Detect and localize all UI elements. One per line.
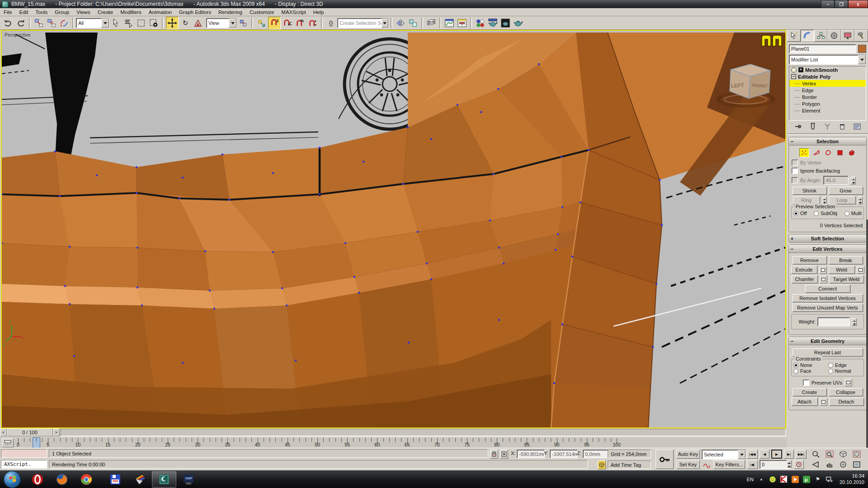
by-angle-checkbox[interactable] <box>792 177 798 183</box>
menu-maxscript[interactable]: MAXScript <box>278 9 309 15</box>
align-icon[interactable] <box>407 17 419 29</box>
by-vertex-checkbox[interactable] <box>792 160 798 166</box>
weld-button[interactable]: Weld <box>829 266 855 274</box>
select-and-scale-icon[interactable] <box>192 17 204 29</box>
stack-sub-polygon[interactable]: Polygon <box>789 100 866 107</box>
remove-unused-map-verts-button[interactable]: Remove Unused Map Verts <box>793 304 863 312</box>
x-coordinate-field[interactable]: -590,801mm <box>517 450 545 458</box>
border-subobject-icon[interactable] <box>824 149 833 157</box>
pin-stack-icon[interactable] <box>794 122 802 131</box>
use-pivot-point-center-icon[interactable] <box>237 17 249 29</box>
tab-utilities[interactable] <box>854 30 868 42</box>
absolute-mode-icon[interactable] <box>500 450 508 459</box>
key-filters-button[interactable]: Key Filters... <box>713 460 745 469</box>
taskbar-3dsmax-active[interactable] <box>152 471 176 488</box>
preserve-uvs-checkbox[interactable] <box>803 380 809 386</box>
repeat-last-button[interactable]: Repeat Last <box>793 348 863 357</box>
layer-manager-icon[interactable] <box>425 17 437 29</box>
angle-snap-icon[interactable] <box>282 17 293 29</box>
menu-customize[interactable]: Customize <box>246 9 278 15</box>
ring-button[interactable]: Ring <box>793 196 820 204</box>
stack-item-editable-poly[interactable]: − Editable Poly <box>789 73 866 80</box>
set-keys-button[interactable] <box>656 450 674 469</box>
render-setup-icon[interactable] <box>487 17 499 29</box>
selection-filter-dropdown[interactable]: All <box>76 18 109 28</box>
vertex-subobject-icon[interactable] <box>799 148 809 157</box>
dropdown-arrow-icon[interactable] <box>858 55 866 64</box>
time-slider-handle[interactable]: 0 / 100 <box>7 428 53 436</box>
preview-off-radio[interactable] <box>793 211 798 216</box>
material-editor-icon[interactable] <box>474 17 486 29</box>
taskbar-opera[interactable] <box>25 470 50 488</box>
key-mode-dropdown[interactable]: Selected <box>702 450 746 460</box>
go-to-start-icon[interactable]: |◀◀ <box>747 450 758 459</box>
lightbulb-icon[interactable] <box>791 67 797 73</box>
menu-rendering[interactable]: Rendering <box>215 9 246 15</box>
create-button[interactable]: Create <box>793 388 827 396</box>
zoom-icon[interactable] <box>811 450 821 459</box>
key-mode-toggle-icon[interactable]: |◀| <box>747 460 758 469</box>
constraint-face-radio[interactable] <box>793 369 798 374</box>
taskbar-total-commander[interactable] <box>103 470 127 488</box>
rectangular-selection-region-icon[interactable] <box>135 17 147 29</box>
taskbar-kmplayer[interactable]: KMP <box>176 470 201 488</box>
default-in-out-tangents-icon[interactable] <box>702 460 712 469</box>
dropdown-arrow-icon[interactable] <box>229 19 236 28</box>
tab-hierarchy[interactable] <box>814 30 828 42</box>
language-indicator[interactable]: EN <box>747 477 754 482</box>
mirror-icon[interactable] <box>395 17 406 29</box>
time-slider-prev[interactable]: < <box>0 428 7 436</box>
close-button[interactable]: x <box>848 0 868 8</box>
quick-render-icon[interactable] <box>512 17 524 29</box>
by-angle-spinner[interactable] <box>851 177 856 184</box>
track-bar[interactable]: 0510152025303540455055606570758085909510… <box>0 436 787 448</box>
remove-modifier-icon[interactable] <box>838 122 846 131</box>
selection-lock-icon[interactable] <box>490 450 498 459</box>
previous-frame-icon[interactable]: ◀ <box>760 450 769 459</box>
extrude-button[interactable]: Extrude <box>791 266 817 274</box>
dropdown-arrow-icon[interactable] <box>101 19 109 28</box>
chamfer-settings-icon[interactable] <box>820 276 827 283</box>
menu-graph-editors[interactable]: Graph Editors <box>175 9 215 15</box>
viewport-label[interactable]: Perspective <box>5 32 30 38</box>
attach-settings-icon[interactable] <box>820 398 827 406</box>
object-color-swatch[interactable] <box>858 45 866 53</box>
next-frame-icon[interactable]: ▶| <box>784 450 794 459</box>
play-animation-icon[interactable]: ▶ <box>771 450 782 459</box>
unlink-selection-icon[interactable] <box>46 17 57 29</box>
menu-edit[interactable]: Edit <box>16 9 32 15</box>
start-button[interactable] <box>4 471 21 488</box>
preview-subobj-radio[interactable] <box>814 211 819 216</box>
menu-animation[interactable]: Animation <box>145 9 175 15</box>
tray-expand-icon[interactable]: ▲ <box>758 476 765 483</box>
bind-to-space-warp-icon[interactable] <box>58 17 70 29</box>
chamfer-button[interactable]: Chamfer <box>792 275 818 283</box>
constraint-none-radio[interactable] <box>793 363 798 368</box>
maxscript-listener-bottom[interactable]: AXScript. <box>1 460 47 469</box>
time-slider-next[interactable]: > <box>53 428 60 436</box>
taskbar-graphics-tool[interactable] <box>127 470 152 488</box>
edit-named-selection-sets-icon[interactable]: {} <box>325 17 337 29</box>
maxscript-listener-top[interactable] <box>1 449 47 458</box>
panel-scrollbar[interactable] <box>866 220 868 448</box>
cube-toggle-icon[interactable] <box>598 460 606 469</box>
remove-button[interactable]: Remove <box>793 256 827 264</box>
time-slider-track[interactable] <box>61 429 786 436</box>
taskbar-chrome[interactable] <box>74 470 99 488</box>
action-center-flag-icon[interactable]: ⚑ <box>814 476 821 483</box>
tab-modify[interactable] <box>801 30 814 42</box>
shrink-button[interactable]: Shrink <box>793 187 827 195</box>
arc-rotate-icon[interactable] <box>838 460 848 469</box>
menu-views[interactable]: Views <box>73 9 94 15</box>
snap-toggle-3d-icon[interactable]: 3 <box>268 17 281 29</box>
qip-icon[interactable] <box>769 476 776 483</box>
select-and-manipulate-icon[interactable] <box>255 17 267 29</box>
restore-button[interactable]: ❐ <box>835 0 848 8</box>
configure-modifier-sets-icon[interactable] <box>853 122 861 131</box>
ignore-backfacing-checkbox[interactable] <box>792 168 798 174</box>
select-and-rotate-icon[interactable]: ↻ <box>179 17 191 29</box>
show-end-result-icon[interactable] <box>809 122 817 131</box>
preserve-uvs-settings-icon[interactable] <box>844 379 852 386</box>
current-frame-field[interactable]: 0 <box>760 460 790 469</box>
grow-button[interactable]: Grow <box>829 187 863 195</box>
